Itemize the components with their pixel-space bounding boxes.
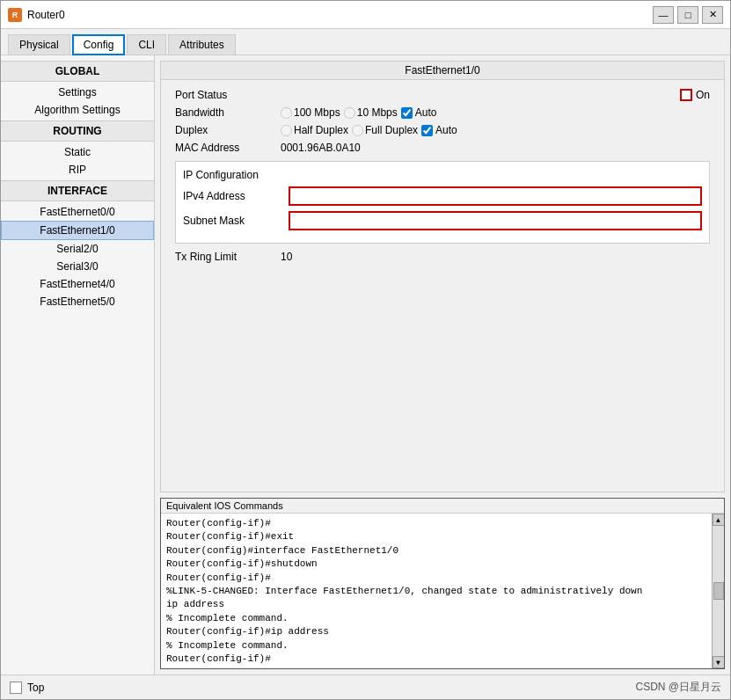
console-title: Equivalent IOS Commands [161,499,724,514]
panel-title: FastEthernet1/0 [161,62,724,80]
duplex-radio-group: Half Duplex Full Duplex Auto [281,124,457,136]
on-checkbox[interactable] [680,89,692,101]
sidebar-section-interface: INTERFACE [1,180,154,201]
console-line: Router(config-if)#ip address [166,625,719,638]
bandwidth-radio-group: 100 Mbps 10 Mbps Auto [281,106,436,119]
content-area: FastEthernet1/0 Port Status On [155,55,730,674]
ip-config-section: IP Configuration IPv4 Address Subnet Mas… [175,161,710,244]
sidebar-content: GLOBAL Settings Algorithm Settings ROUTI… [1,59,154,310]
bandwidth-controls: 100 Mbps 10 Mbps Auto [281,106,710,119]
console-line: Router(config-if)# [166,653,719,666]
subnet-label: Subnet Mask [183,215,289,227]
sidebar-section-global: GLOBAL [1,61,154,82]
duplex-half-radio[interactable] [281,125,292,136]
subnet-row: Subnet Mask [183,211,702,230]
port-status-controls: On [281,89,710,101]
console-line: %LINK-5-CHANGED: Interface FastEthernet1… [166,585,719,598]
app-icon: R [8,8,22,22]
duplex-full-option[interactable]: Full Duplex [352,124,418,136]
sidebar-item-serial30[interactable]: Serial3/0 [1,258,154,275]
console-line: Router(config-if)#exit [166,530,719,543]
tx-ring-value: 10 [281,251,292,263]
console-body[interactable]: Router(config-if)# Router(config-if)#exi… [161,514,724,668]
status-left: Top [10,682,44,694]
sidebar-item-fastethernet00[interactable]: FastEthernet0/0 [1,203,154,221]
console-line: Router(config)#interface FastEthernet1/0 [166,544,719,558]
ipv4-label: IPv4 Address [183,190,289,202]
mac-address-label: MAC Address [175,142,281,154]
interface-panel: FastEthernet1/0 Port Status On [160,61,725,492]
status-bar: Top CSDN @日星月云 [1,674,730,699]
close-button[interactable]: ✕ [702,6,723,24]
subnet-input[interactable] [289,211,702,230]
window-title: Router0 [27,9,653,21]
bandwidth-100-radio[interactable] [281,107,292,119]
sidebar-scroll-container: GLOBAL Settings Algorithm Settings ROUTI… [1,59,154,310]
ip-config-title: IP Configuration [183,169,702,181]
bandwidth-100-option[interactable]: 100 Mbps [281,106,340,119]
status-checkbox[interactable] [10,682,22,694]
bandwidth-10-radio[interactable] [344,107,355,119]
ipv4-input[interactable] [289,186,702,206]
bandwidth-row: Bandwidth 100 Mbps 10 Mbps [175,106,710,119]
minimize-button[interactable]: — [653,6,674,24]
sidebar-item-fastethernet40[interactable]: FastEthernet4/0 [1,275,154,293]
tx-ring-label: Tx Ring Limit [175,251,281,263]
duplex-label: Duplex [175,124,281,136]
maximize-button[interactable]: □ [677,6,698,24]
bandwidth-label: Bandwidth [175,106,281,119]
sidebar-item-settings[interactable]: Settings [1,84,154,101]
duplex-auto-checkbox: Auto [421,124,457,136]
scroll-thumb[interactable] [713,582,724,600]
main-area: GLOBAL Settings Algorithm Settings ROUTI… [1,55,730,674]
tab-physical[interactable]: Physical [8,34,70,55]
sidebar-section-routing: ROUTING [1,120,154,142]
main-window: R Router0 — □ ✕ Physical Config CLI Attr… [0,0,731,700]
sidebar: GLOBAL Settings Algorithm Settings ROUTI… [1,55,155,674]
watermark: CSDN @日星月云 [635,680,721,695]
console-container: Equivalent IOS Commands Router(config-if… [160,498,725,669]
tab-bar: Physical Config CLI Attributes [1,29,730,55]
console-line: ip address [166,598,719,611]
duplex-row: Duplex Half Duplex Full Duplex [175,124,710,136]
top-label: Top [27,682,44,694]
scroll-up-button[interactable]: ▲ [713,514,725,526]
console-line: Router(config-if)# [166,517,719,530]
bandwidth-10-option[interactable]: 10 Mbps [344,106,398,119]
console-line: Router(config-if)#shutdown [166,558,719,571]
tab-cli[interactable]: CLI [127,34,166,55]
sidebar-item-serial20[interactable]: Serial2/0 [1,240,154,258]
bandwidth-auto-checkbox: Auto [401,106,437,119]
console-line: Router(config-if)# [166,572,719,585]
sidebar-item-fastethernet50[interactable]: FastEthernet5/0 [1,293,154,310]
tab-attributes[interactable]: Attributes [168,34,236,55]
ipv4-row: IPv4 Address [183,186,702,206]
title-bar: R Router0 — □ ✕ [1,1,730,29]
bandwidth-auto-input[interactable] [401,107,413,119]
sidebar-item-static[interactable]: Static [1,143,154,161]
on-label: On [696,89,710,101]
sidebar-item-algorithm-settings[interactable]: Algorithm Settings [1,101,154,119]
duplex-controls: Half Duplex Full Duplex Auto [281,124,710,136]
port-status-label: Port Status [175,89,281,101]
on-toggle: On [680,89,710,101]
duplex-full-radio[interactable] [352,125,363,136]
sidebar-item-fastethernet10[interactable]: FastEthernet1/0 [1,221,154,240]
duplex-auto-input[interactable] [421,125,433,136]
mac-address-row: MAC Address 0001.96AB.0A10 [175,142,710,154]
mac-address-value: 0001.96AB.0A10 [281,142,361,154]
console-scrollbar[interactable]: ▲ ▼ [712,514,724,668]
console-line: % Incomplete command. [166,639,719,653]
duplex-half-option[interactable]: Half Duplex [281,124,348,136]
window-controls: — □ ✕ [653,6,723,24]
sidebar-item-rip[interactable]: RIP [1,161,154,179]
tab-config[interactable]: Config [72,34,126,55]
scroll-down-button[interactable]: ▼ [713,656,725,668]
tx-ring-row: Tx Ring Limit 10 [175,251,710,263]
port-status-row: Port Status On [175,89,710,101]
panel-body: Port Status On Bandwidth [161,80,724,492]
console-line: % Incomplete command. [166,612,719,625]
